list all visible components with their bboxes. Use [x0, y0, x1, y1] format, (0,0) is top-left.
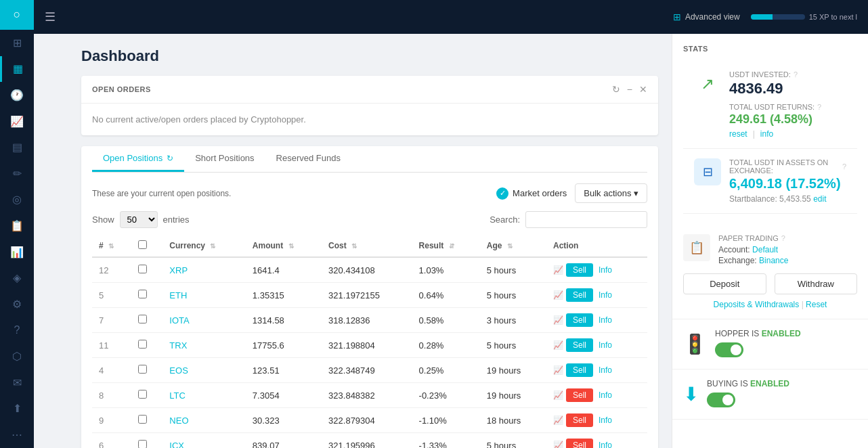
table-row: 12 XRP 1641.4 320.434108 1.03% 5 hours 📈… [92, 257, 647, 283]
hopper-toggle-switch[interactable] [715, 342, 743, 357]
sidebar-item-help[interactable]: ? [0, 317, 34, 344]
trend-icon-container: ↗ [694, 70, 721, 97]
bulk-actions-button[interactable]: Bulk actions ▾ [575, 183, 647, 203]
tab-short-positions[interactable]: Short Positions [184, 146, 265, 172]
row-age: 18 hours [480, 408, 546, 433]
chart-mini-icon[interactable]: 📈 [553, 441, 563, 448]
entries-select[interactable]: 50 25 100 [120, 211, 158, 228]
xp-progress-bar [751, 14, 805, 20]
total-returns-label: TOTAL USDT RETURNS: ? [729, 103, 821, 111]
info-button[interactable]: Info [599, 390, 612, 400]
total-assets-label: TOTAL USDT IN ASSETS ON EXCHANGE: ? [729, 158, 846, 175]
chart-mini-icon[interactable]: 📈 [553, 340, 563, 350]
help-icon-4[interactable]: ? [781, 234, 785, 242]
reset-link[interactable]: reset [729, 129, 747, 139]
sell-button[interactable]: Sell [566, 413, 593, 427]
close-icon[interactable]: ✕ [639, 84, 647, 95]
row-select[interactable] [138, 315, 147, 323]
row-select[interactable] [138, 415, 147, 424]
currency-link[interactable]: EOS [169, 365, 188, 376]
chart-mini-icon[interactable]: 📈 [553, 315, 563, 325]
currency-link[interactable]: ICX [169, 441, 184, 449]
info-button[interactable]: Info [599, 315, 612, 325]
row-age: 5 hours [480, 283, 546, 308]
deposit-button[interactable]: Deposit [683, 273, 766, 294]
row-amount: 1.35315 [246, 283, 322, 308]
row-action: 📈 Sell Info [546, 308, 647, 333]
row-amount: 17755.6 [246, 333, 322, 358]
info-button[interactable]: Info [599, 365, 612, 375]
advanced-view-toggle[interactable]: ⊞ Advanced view [673, 12, 740, 22]
table-header-row: # ⇅ Currency ⇅ Amount ⇅ Cost ⇅ Result ⇵ … [92, 235, 647, 257]
sidebar-item-settings[interactable]: ⚙ [0, 291, 34, 317]
chart-mini-icon[interactable]: 📈 [553, 290, 563, 300]
sidebar-item-dashboard[interactable]: ▦ [0, 56, 34, 83]
info-button[interactable]: Info [599, 340, 612, 350]
table-row: 7 IOTA 1314.58 318.12836 0.58% 3 hours 📈… [92, 308, 647, 333]
search-input[interactable] [525, 211, 647, 228]
row-select[interactable] [138, 265, 147, 273]
currency-link[interactable]: TRX [169, 340, 187, 351]
help-icon[interactable]: ? [794, 70, 798, 79]
currency-link[interactable]: LTC [169, 390, 186, 401]
info-button[interactable]: Info [599, 441, 612, 448]
usdt-invested-block: ↗ USDT INVESTED: ? 4836.49 TOTAL USDT RE… [683, 61, 857, 149]
row-select[interactable] [138, 340, 147, 349]
sidebar-item-clipboard[interactable]: 📋 [0, 212, 34, 239]
sell-button[interactable]: Sell [566, 288, 593, 302]
info-button[interactable]: Info [599, 290, 612, 300]
row-result: 0.25% [412, 358, 480, 383]
buying-toggle-switch[interactable] [707, 393, 735, 407]
market-orders-toggle[interactable]: ✓ Market orders [496, 187, 567, 200]
reset-paper-link[interactable]: Reset [806, 300, 827, 309]
currency-link[interactable]: ETH [169, 290, 187, 300]
logo[interactable]: ○ [0, 0, 34, 30]
sidebar-item-more[interactable]: ⋯ [0, 422, 34, 448]
sidebar-item-pencil[interactable]: ✏ [0, 160, 34, 187]
sell-button[interactable]: Sell [566, 313, 593, 327]
row-select[interactable] [138, 290, 147, 298]
sidebar-item-upload[interactable]: ⬆ [0, 396, 34, 422]
edit-link[interactable]: edit [813, 194, 826, 204]
row-select[interactable] [138, 440, 147, 448]
page-title: Dashboard [81, 47, 658, 65]
help-icon-3[interactable]: ? [842, 162, 846, 171]
sell-button[interactable]: Sell [566, 338, 593, 352]
minimize-icon[interactable]: − [627, 84, 632, 95]
tab-reserved-funds[interactable]: Reserved Funds [265, 146, 351, 172]
tab-open-positions[interactable]: Open Positions ↻ [92, 146, 184, 172]
sidebar-item-layers[interactable]: ◈ [0, 265, 34, 292]
sidebar-item-grid[interactable]: ⊞ [0, 30, 34, 56]
currency-link[interactable]: XRP [169, 265, 188, 275]
refresh-icon[interactable]: ↻ [612, 84, 620, 95]
row-select[interactable] [138, 365, 147, 374]
hamburger-icon[interactable]: ☰ [45, 9, 56, 24]
sell-button[interactable]: Sell [566, 363, 593, 377]
sidebar-item-mail[interactable]: ✉ [0, 369, 34, 396]
currency-link[interactable]: NEO [169, 416, 188, 426]
chart-mini-icon[interactable]: 📈 [553, 365, 563, 375]
currency-link[interactable]: IOTA [169, 315, 189, 326]
info-button[interactable]: Info [599, 265, 612, 275]
sidebar-item-table[interactable]: ▤ [0, 134, 34, 160]
sell-button[interactable]: Sell [566, 388, 593, 402]
sidebar-item-chart[interactable]: 📈 [0, 108, 34, 135]
info-button[interactable]: Info [599, 416, 612, 425]
chart-mini-icon[interactable]: 📈 [553, 390, 563, 400]
withdraw-button[interactable]: Withdraw [775, 273, 858, 294]
sell-button[interactable]: Sell [566, 439, 593, 448]
sidebar-item-share[interactable]: ⬡ [0, 343, 34, 369]
info-link[interactable]: info [760, 129, 773, 139]
help-icon-2[interactable]: ? [817, 103, 821, 111]
chart-mini-icon[interactable]: 📈 [553, 265, 563, 275]
hopper-label: HOPPER IS ENABLED [715, 329, 801, 338]
sidebar-item-report[interactable]: 📊 [0, 239, 34, 265]
row-select[interactable] [138, 390, 147, 399]
deposits-withdrawals-link[interactable]: Deposits & Withdrawals [714, 300, 800, 309]
sidebar-item-tag[interactable]: ◎ [0, 187, 34, 213]
select-all-checkbox[interactable] [138, 240, 147, 249]
refresh-positions-icon[interactable]: ↻ [167, 154, 173, 163]
chart-mini-icon[interactable]: 📈 [553, 416, 563, 425]
sidebar-item-history[interactable]: 🕐 [0, 82, 34, 108]
sell-button[interactable]: Sell [566, 263, 593, 277]
